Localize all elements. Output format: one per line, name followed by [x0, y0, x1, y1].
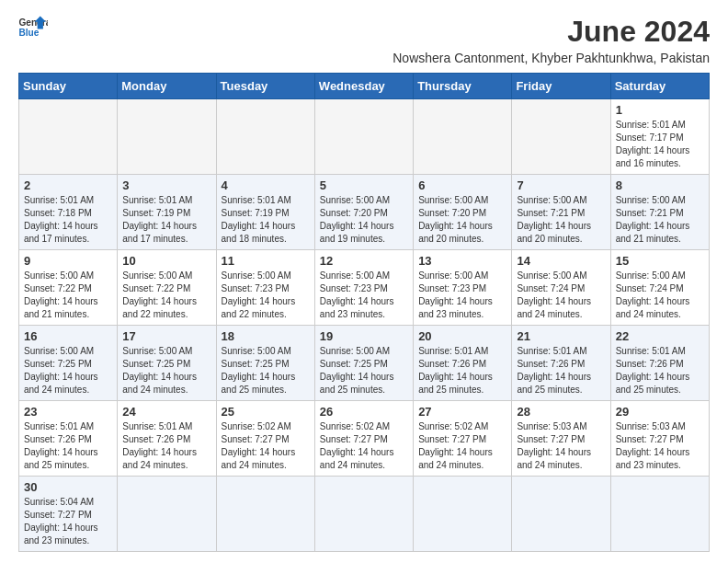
calendar-day-cell: 26Sunrise: 5:02 AM Sunset: 7:27 PM Dayli… [314, 401, 413, 477]
day-info: Sunrise: 5:00 AM Sunset: 7:23 PM Dayligh… [320, 270, 408, 321]
day-info: Sunrise: 5:00 AM Sunset: 7:21 PM Dayligh… [517, 194, 605, 246]
calendar-day-cell: 14Sunrise: 5:00 AM Sunset: 7:24 PM Dayli… [512, 250, 610, 326]
day-number: 22 [616, 329, 704, 343]
calendar-day-cell: 2Sunrise: 5:01 AM Sunset: 7:18 PM Daylig… [19, 175, 118, 250]
day-number: 10 [122, 254, 210, 268]
calendar-day-cell [414, 477, 512, 552]
calendar-day-cell: 12Sunrise: 5:00 AM Sunset: 7:23 PM Dayli… [314, 250, 413, 326]
day-info: Sunrise: 5:01 AM Sunset: 7:26 PM Dayligh… [418, 345, 506, 396]
day-info: Sunrise: 5:01 AM Sunset: 7:17 PM Dayligh… [616, 119, 704, 170]
calendar-day-cell: 30Sunrise: 5:04 AM Sunset: 7:27 PM Dayli… [19, 477, 118, 552]
calendar-day-cell: 13Sunrise: 5:00 AM Sunset: 7:23 PM Dayli… [414, 250, 512, 326]
weekday-header-wednesday: Wednesday [314, 74, 413, 99]
day-number: 26 [320, 405, 408, 419]
day-info: Sunrise: 5:04 AM Sunset: 7:27 PM Dayligh… [24, 496, 112, 547]
calendar-day-cell: 5Sunrise: 5:00 AM Sunset: 7:20 PM Daylig… [314, 175, 413, 250]
weekday-header-friday: Friday [512, 74, 610, 99]
calendar-day-cell [414, 99, 512, 175]
calendar-week-row: 1Sunrise: 5:01 AM Sunset: 7:17 PM Daylig… [19, 99, 710, 175]
calendar-table: SundayMondayTuesdayWednesdayThursdayFrid… [18, 73, 710, 552]
day-info: Sunrise: 5:00 AM Sunset: 7:20 PM Dayligh… [320, 194, 408, 246]
day-number: 9 [24, 254, 112, 268]
day-info: Sunrise: 5:00 AM Sunset: 7:25 PM Dayligh… [122, 345, 210, 396]
day-info: Sunrise: 5:01 AM Sunset: 7:19 PM Dayligh… [222, 194, 310, 246]
calendar-day-cell [512, 99, 610, 175]
day-info: Sunrise: 5:00 AM Sunset: 7:25 PM Dayligh… [320, 345, 408, 396]
weekday-header-sunday: Sunday [19, 74, 118, 99]
calendar-day-cell [216, 99, 314, 175]
day-number: 25 [222, 405, 310, 419]
weekday-header-monday: Monday [118, 74, 216, 99]
calendar-day-cell: 18Sunrise: 5:00 AM Sunset: 7:25 PM Dayli… [216, 326, 314, 401]
day-number: 23 [24, 405, 112, 419]
weekday-header-saturday: Saturday [610, 74, 709, 99]
calendar-day-cell [314, 477, 413, 552]
day-info: Sunrise: 5:01 AM Sunset: 7:26 PM Dayligh… [616, 345, 704, 396]
weekday-header-row: SundayMondayTuesdayWednesdayThursdayFrid… [19, 74, 710, 99]
calendar-day-cell: 22Sunrise: 5:01 AM Sunset: 7:26 PM Dayli… [610, 326, 709, 401]
day-number: 6 [418, 178, 506, 192]
day-info: Sunrise: 5:02 AM Sunset: 7:27 PM Dayligh… [320, 420, 408, 472]
day-number: 15 [616, 254, 704, 268]
calendar-day-cell [512, 477, 610, 552]
calendar-day-cell: 27Sunrise: 5:02 AM Sunset: 7:27 PM Dayli… [414, 401, 512, 477]
page-header: General Blue June 2024 Nowshera Cantonme… [18, 15, 710, 65]
calendar-day-cell: 28Sunrise: 5:03 AM Sunset: 7:27 PM Dayli… [512, 401, 610, 477]
day-number: 16 [24, 329, 112, 343]
calendar-day-cell: 29Sunrise: 5:03 AM Sunset: 7:27 PM Dayli… [610, 401, 709, 477]
calendar-day-cell: 1Sunrise: 5:01 AM Sunset: 7:17 PM Daylig… [610, 99, 709, 175]
calendar-day-cell: 9Sunrise: 5:00 AM Sunset: 7:22 PM Daylig… [19, 250, 118, 326]
day-number: 17 [122, 329, 210, 343]
day-number: 4 [222, 178, 310, 192]
day-number: 29 [616, 405, 704, 419]
svg-text:Blue: Blue [18, 28, 39, 38]
day-number: 14 [517, 254, 605, 268]
title-block: June 2024 Nowshera Cantonment, Khyber Pa… [392, 15, 710, 65]
weekday-header-thursday: Thursday [414, 74, 512, 99]
day-info: Sunrise: 5:00 AM Sunset: 7:23 PM Dayligh… [222, 270, 310, 321]
day-number: 7 [517, 178, 605, 192]
calendar-day-cell [610, 477, 709, 552]
calendar-day-cell: 6Sunrise: 5:00 AM Sunset: 7:20 PM Daylig… [414, 175, 512, 250]
calendar-week-row: 16Sunrise: 5:00 AM Sunset: 7:25 PM Dayli… [19, 326, 710, 401]
day-number: 30 [24, 480, 112, 494]
location-subtitle: Nowshera Cantonment, Khyber Pakhtunkhwa,… [392, 51, 710, 65]
day-info: Sunrise: 5:00 AM Sunset: 7:24 PM Dayligh… [517, 270, 605, 321]
day-info: Sunrise: 5:01 AM Sunset: 7:26 PM Dayligh… [24, 420, 112, 472]
calendar-day-cell: 21Sunrise: 5:01 AM Sunset: 7:26 PM Dayli… [512, 326, 610, 401]
calendar-day-cell: 8Sunrise: 5:00 AM Sunset: 7:21 PM Daylig… [610, 175, 709, 250]
calendar-day-cell: 17Sunrise: 5:00 AM Sunset: 7:25 PM Dayli… [118, 326, 216, 401]
day-number: 27 [418, 405, 506, 419]
calendar-week-row: 2Sunrise: 5:01 AM Sunset: 7:18 PM Daylig… [19, 175, 710, 250]
day-number: 19 [320, 329, 408, 343]
day-number: 11 [222, 254, 310, 268]
calendar-week-row: 30Sunrise: 5:04 AM Sunset: 7:27 PM Dayli… [19, 477, 710, 552]
day-number: 5 [320, 178, 408, 192]
logo-icon: General Blue [18, 15, 48, 40]
calendar-day-cell [19, 99, 118, 175]
day-info: Sunrise: 5:02 AM Sunset: 7:27 PM Dayligh… [418, 420, 506, 472]
day-info: Sunrise: 5:00 AM Sunset: 7:23 PM Dayligh… [418, 270, 506, 321]
day-number: 18 [222, 329, 310, 343]
calendar-day-cell: 10Sunrise: 5:00 AM Sunset: 7:22 PM Dayli… [118, 250, 216, 326]
day-number: 21 [517, 329, 605, 343]
day-number: 24 [122, 405, 210, 419]
calendar-day-cell: 24Sunrise: 5:01 AM Sunset: 7:26 PM Dayli… [118, 401, 216, 477]
day-info: Sunrise: 5:00 AM Sunset: 7:24 PM Dayligh… [616, 270, 704, 321]
calendar-day-cell: 16Sunrise: 5:00 AM Sunset: 7:25 PM Dayli… [19, 326, 118, 401]
calendar-day-cell: 15Sunrise: 5:00 AM Sunset: 7:24 PM Dayli… [610, 250, 709, 326]
day-info: Sunrise: 5:03 AM Sunset: 7:27 PM Dayligh… [517, 420, 605, 472]
calendar-day-cell [118, 477, 216, 552]
day-info: Sunrise: 5:00 AM Sunset: 7:25 PM Dayligh… [222, 345, 310, 396]
calendar-day-cell: 3Sunrise: 5:01 AM Sunset: 7:19 PM Daylig… [118, 175, 216, 250]
calendar-day-cell: 11Sunrise: 5:00 AM Sunset: 7:23 PM Dayli… [216, 250, 314, 326]
calendar-day-cell: 20Sunrise: 5:01 AM Sunset: 7:26 PM Dayli… [414, 326, 512, 401]
calendar-day-cell: 7Sunrise: 5:00 AM Sunset: 7:21 PM Daylig… [512, 175, 610, 250]
logo: General Blue [18, 15, 48, 40]
day-info: Sunrise: 5:03 AM Sunset: 7:27 PM Dayligh… [616, 420, 704, 472]
day-info: Sunrise: 5:00 AM Sunset: 7:22 PM Dayligh… [122, 270, 210, 321]
calendar-day-cell [314, 99, 413, 175]
day-info: Sunrise: 5:01 AM Sunset: 7:19 PM Dayligh… [122, 194, 210, 246]
calendar-day-cell: 4Sunrise: 5:01 AM Sunset: 7:19 PM Daylig… [216, 175, 314, 250]
day-number: 13 [418, 254, 506, 268]
